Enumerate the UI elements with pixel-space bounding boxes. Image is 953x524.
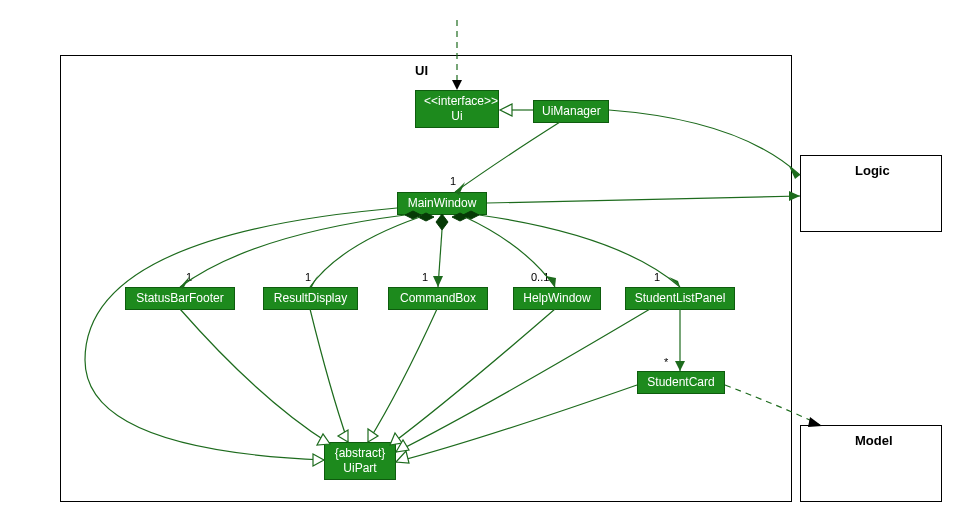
edge-slp-gen — [396, 309, 650, 452]
edge-studentcard-gen — [396, 385, 637, 462]
edge-command-gen — [368, 309, 437, 442]
edge-mainwindow-to-status — [180, 215, 405, 287]
tri-help-gen — [390, 433, 402, 445]
arrowhead-uimanager-to-logic — [789, 166, 800, 179]
arrowhead-external-to-ui — [452, 80, 462, 90]
arrowhead-mainwindow-to-help — [546, 276, 556, 287]
tri-studentcard-gen — [396, 451, 409, 463]
edges-layer — [0, 0, 953, 524]
tri-result-gen — [338, 430, 348, 442]
arrowhead-studentcard-to-model — [808, 417, 822, 427]
arrowhead-slp-to-studentcard — [675, 361, 685, 371]
edge-mainwindow-to-help — [465, 217, 555, 287]
tri-mainwindow-gen — [313, 454, 324, 466]
edge-mainwindow-to-logic — [487, 196, 800, 203]
tri-command-gen — [368, 429, 378, 442]
arrowhead-mainwindow-to-command — [433, 276, 443, 287]
arrowhead-mainwindow-to-result — [310, 275, 318, 289]
edge-mainwindow-to-result — [310, 217, 420, 287]
edge-uimanager-to-mainwindow — [455, 122, 560, 192]
diamond-composition-center — [436, 214, 448, 230]
edge-uimanager-to-logic — [609, 110, 800, 175]
edge-studentcard-to-model — [725, 385, 820, 425]
edge-mainwindow-to-slp — [479, 215, 680, 287]
edge-mainwindow-gen-uipart — [85, 208, 397, 460]
edge-help-gen — [390, 309, 555, 445]
arrowhead-uimanager-realizes-ui — [500, 104, 512, 116]
tri-status-gen — [317, 434, 330, 445]
edge-status-gen — [180, 309, 330, 444]
arrowhead-mainwindow-to-logic — [789, 191, 800, 201]
arrowhead-mainwindow-to-status — [180, 276, 190, 289]
arrowhead-uimanager-to-mainwindow — [455, 182, 465, 195]
edge-result-gen — [310, 309, 348, 442]
